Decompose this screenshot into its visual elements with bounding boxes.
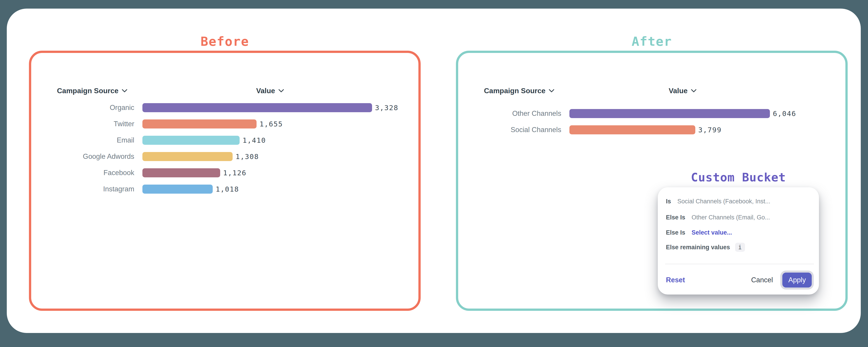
bar[interactable] (569, 125, 695, 134)
row-value: 1,410 (243, 136, 266, 144)
bucket-rule-operator: Else Is (666, 229, 685, 236)
row-value: 1,126 (223, 169, 246, 177)
before-title: Before (29, 33, 421, 49)
custom-bucket-title: Custom Bucket (658, 171, 819, 184)
bucket-rule-operator: Is (666, 198, 671, 205)
row-value: 1,655 (259, 120, 283, 128)
row-value: 3,799 (698, 126, 721, 134)
bucket-rule-row: Else remaining values i (666, 243, 813, 252)
chevron-down-icon (549, 89, 555, 93)
bucket-rule-value[interactable]: Social Channels (Facebook, Inst... (677, 198, 770, 205)
table-row: Twitter1,655 (57, 119, 398, 128)
before-measure-header-label: Value (256, 87, 275, 95)
before-bar-chart: Organic3,328Twitter1,655Email1,410Google… (57, 103, 398, 194)
before-dimension-header[interactable]: Campaign Source (57, 85, 127, 96)
bar[interactable] (143, 184, 213, 194)
row-category-label: Instagram (57, 185, 134, 193)
row-category-label: Facebook (57, 169, 134, 177)
cancel-button[interactable]: Cancel (751, 276, 773, 284)
row-value: 1,018 (216, 185, 239, 193)
bar[interactable] (143, 168, 220, 177)
row-category-label: Twitter (57, 120, 134, 128)
bar[interactable] (143, 152, 232, 161)
bar[interactable] (569, 109, 770, 118)
table-row: Email1,410 (57, 136, 398, 145)
select-value-link[interactable]: Select value... (692, 229, 732, 236)
page-background: Before Campaign Source Value Organic3,32… (0, 0, 868, 347)
after-measure-header-label: Value (669, 87, 688, 95)
chevron-down-icon (691, 89, 697, 93)
table-row: Other Channels6,046 (484, 109, 796, 118)
popup-footer: Reset Cancel Apply (666, 271, 812, 289)
before-dimension-header-label: Campaign Source (57, 87, 119, 95)
after-title: After (456, 33, 848, 49)
row-value: 6,046 (773, 110, 796, 118)
bucket-rule-value[interactable]: Other Channels (Email, Go... (692, 214, 770, 221)
info-icon[interactable]: i (735, 243, 745, 252)
row-category-label: Organic (57, 104, 134, 112)
bucket-rule-row: Else Is Select value... (666, 228, 813, 237)
table-row: Organic3,328 (57, 103, 398, 112)
after-bar-chart: Other Channels6,046Social Channels3,799 (484, 109, 796, 134)
table-row: Facebook1,126 (57, 168, 398, 177)
bar[interactable] (143, 136, 240, 145)
row-category-label: Other Channels (484, 110, 561, 118)
chevron-down-icon (278, 89, 284, 93)
bucket-rule-row: Else Is Other Channels (Email, Go... (666, 213, 813, 222)
bucket-rule-row: Is Social Channels (Facebook, Inst... (666, 197, 813, 206)
table-row: Google Adwords1,308 (57, 152, 398, 161)
after-dimension-header[interactable]: Campaign Source (484, 85, 555, 96)
before-measure-header[interactable]: Value (242, 85, 298, 96)
row-value: 3,328 (375, 104, 398, 112)
bucket-rule-operator: Else remaining values (666, 244, 730, 251)
table-row: Social Channels3,799 (484, 125, 796, 134)
main-card: Before Campaign Source Value Organic3,32… (7, 8, 861, 333)
row-category-label: Google Adwords (57, 152, 134, 161)
bar[interactable] (143, 103, 372, 112)
chevron-down-icon (122, 89, 127, 93)
apply-button[interactable]: Apply (782, 272, 812, 288)
after-measure-header[interactable]: Value (654, 85, 711, 96)
bucket-rule-operator: Else Is (666, 214, 685, 221)
row-category-label: Email (57, 136, 134, 144)
row-value: 1,308 (236, 152, 259, 161)
bar[interactable] (143, 119, 256, 128)
custom-bucket-popup: Is Social Channels (Facebook, Inst... El… (658, 187, 819, 294)
table-row: Instagram1,018 (57, 184, 398, 194)
row-category-label: Social Channels (484, 126, 561, 134)
after-dimension-header-label: Campaign Source (484, 87, 546, 95)
popup-divider (665, 264, 814, 264)
reset-button[interactable]: Reset (666, 276, 685, 284)
